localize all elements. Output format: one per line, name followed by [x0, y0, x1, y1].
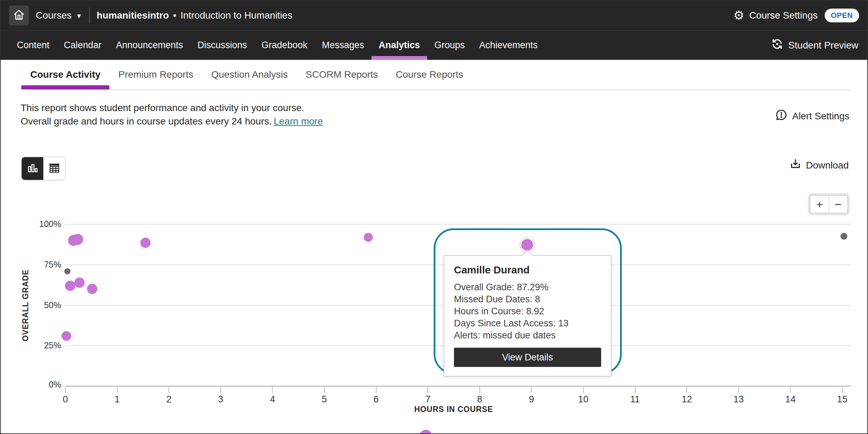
x-tick-mark-12 [686, 387, 687, 393]
tooltip-student-name: Camille Durand [454, 264, 601, 276]
x-tick-label-5: 5 [322, 394, 327, 405]
y-tick-label-0: 0% [30, 380, 61, 390]
x-tick-mark-11 [635, 387, 636, 393]
y-tick-label-50: 50% [30, 300, 61, 310]
tooltip-stat-3: Days Since Last Access: 13 [454, 317, 601, 329]
tooltip-notch [522, 250, 533, 261]
gridline-100 [65, 224, 851, 225]
x-tick-label-7: 7 [425, 394, 431, 405]
tooltip-stat-1: Missed Due Dates: 8 [454, 293, 601, 305]
data-point-students-4[interactable] [74, 278, 85, 288]
data-point-students-2[interactable] [140, 238, 151, 248]
x-tick-mark-1 [117, 387, 118, 393]
x-tick-mark-5 [324, 387, 325, 393]
x-tick-mark-13 [738, 387, 739, 393]
x-tick-mark-10 [583, 387, 584, 393]
y-tick-label-75: 75% [30, 260, 61, 270]
x-tick-label-9: 9 [529, 394, 534, 405]
x-tick-label-13: 13 [734, 394, 744, 405]
view-details-button[interactable]: View Details [454, 348, 601, 367]
data-point-muted-students-1[interactable] [840, 233, 847, 240]
y-axis-title: OVERALL GRADE [21, 269, 30, 341]
student-tooltip: Camille Durand Overall Grade: 87.29%Miss… [444, 255, 611, 377]
x-tick-mark-8 [479, 387, 480, 393]
x-tick-label-11: 11 [630, 394, 640, 405]
x-axis-title: HOURS IN COURSE [414, 405, 493, 414]
x-tick-mark-0 [65, 387, 66, 393]
tooltip-stat-0: Overall Grade: 87.29% [454, 281, 601, 293]
x-tick-mark-3 [220, 387, 221, 393]
x-tick-label-3: 3 [218, 394, 223, 405]
data-point-students-5[interactable] [87, 284, 97, 294]
x-tick-mark-9 [531, 387, 532, 393]
gridline-0 [65, 386, 851, 387]
x-tick-mark-6 [376, 387, 377, 393]
y-tick-label-100: 100% [30, 219, 61, 229]
tooltip-stat-2: Hours in Course: 8.92 [454, 305, 601, 317]
x-tick-label-0: 0 [63, 394, 68, 405]
x-tick-label-8: 8 [477, 394, 482, 405]
data-point-muted-students-0[interactable] [64, 268, 70, 274]
x-tick-label-10: 10 [578, 394, 588, 405]
analytics-page: Courses ▼ humanitiesintro • Introduction… [0, 0, 868, 434]
data-point-students-6[interactable] [62, 331, 71, 341]
x-tick-mark-4 [272, 387, 273, 393]
x-tick-label-12: 12 [682, 394, 692, 405]
x-tick-mark-15 [842, 387, 843, 393]
data-point-students-3[interactable] [65, 281, 75, 291]
data-point-students-1[interactable] [72, 234, 83, 245]
x-tick-mark-14 [790, 387, 791, 393]
data-point-partial[interactable] [419, 430, 432, 434]
tooltip-stats: Overall Grade: 87.29%Missed Due Dates: 8… [454, 281, 601, 341]
x-tick-label-15: 15 [837, 394, 847, 405]
x-tick-label-6: 6 [373, 394, 379, 405]
x-tick-label-1: 1 [115, 394, 120, 405]
x-tick-mark-2 [169, 387, 169, 393]
tooltip-stat-4: Alerts: missed due dates [454, 329, 601, 341]
data-point-students-7[interactable] [364, 233, 373, 242]
x-tick-mark-7 [427, 387, 428, 393]
x-tick-label-14: 14 [785, 394, 795, 405]
x-tick-label-2: 2 [166, 394, 172, 405]
scatter-chart: OVERALL GRADE HOURS IN COURSE 0%25%50%75… [1, 1, 867, 433]
y-tick-label-25: 25% [30, 340, 61, 350]
x-tick-label-4: 4 [270, 394, 275, 405]
